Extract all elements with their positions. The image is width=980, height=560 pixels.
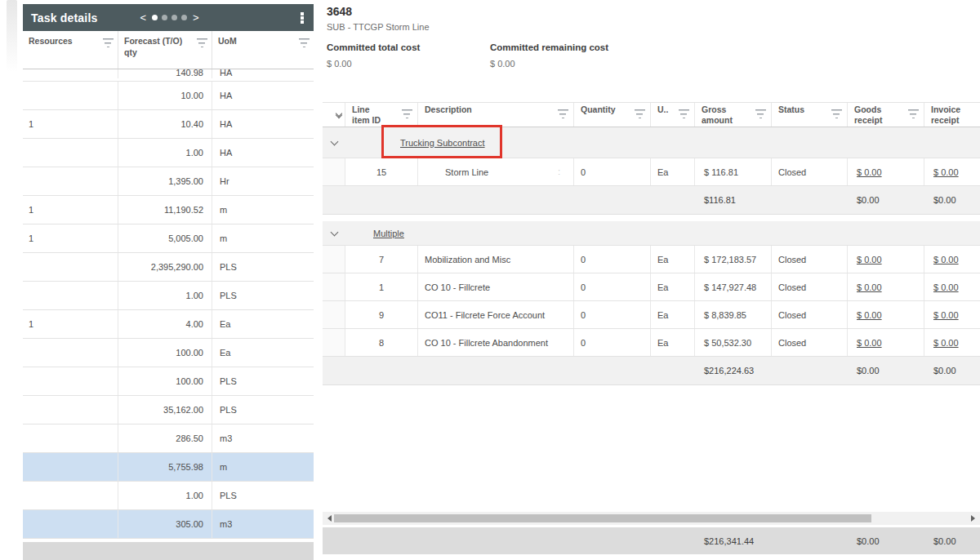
- table-row[interactable]: 1,395.00 Hr: [23, 167, 314, 196]
- committed-remaining-cost-value: $ 0.00: [490, 59, 515, 69]
- line-item-row[interactable]: 1 CO 10 - Fillcrete 0 Ea $ 147,927.48 Cl…: [323, 273, 980, 301]
- table-row-selected[interactable]: 5,755.98 m: [23, 453, 314, 482]
- group-subtotal-row: $116.81 $0.00 $0.00: [323, 186, 980, 215]
- task-details-header: Task details < >: [23, 4, 314, 31]
- column-header-uom[interactable]: U..: [651, 103, 695, 127]
- panel-pager: < >: [140, 12, 199, 23]
- filter-icon[interactable]: [678, 109, 689, 118]
- record-id: 3648: [327, 5, 352, 18]
- horizontal-scrollbar[interactable]: [323, 512, 980, 525]
- filter-icon[interactable]: [298, 38, 310, 47]
- goods-receipt-link[interactable]: $ 0.00: [857, 310, 882, 320]
- line-item-detail-panel: 3648 SUB - TTCGP Storm Line Committed to…: [318, 0, 980, 560]
- double-chevron-down-icon[interactable]: [336, 111, 341, 127]
- line-items-table-header: Lineitem ID Description Quantity U.. Gro…: [323, 103, 980, 127]
- record-subtitle: SUB - TTCGP Storm Line: [327, 22, 430, 32]
- column-header-goods-receipt[interactable]: Goodsreceipt: [848, 103, 924, 127]
- invoice-receipt-link[interactable]: $ 0.00: [933, 255, 959, 264]
- line-item-row[interactable]: 9 CO11 - Filcrete Force Account 0 Ea $ 8…: [323, 301, 980, 329]
- column-header-quantity[interactable]: Quantity: [574, 103, 651, 127]
- goods-receipt-link[interactable]: $ 0.00: [857, 338, 882, 348]
- filter-icon[interactable]: [401, 109, 412, 118]
- table-row[interactable]: 1.00 PLS: [23, 482, 314, 510]
- group-gap: [323, 215, 980, 221]
- invoice-receipt-link[interactable]: $ 0.00: [933, 282, 959, 292]
- table-row[interactable]: 286.50 m3: [23, 424, 314, 453]
- table-row[interactable]: 2,395,290.00 PLS: [23, 253, 314, 282]
- description-cell: Storm Line :: [418, 158, 574, 185]
- line-item-row[interactable]: 7 Mobilization and Misc 0 Ea $ 172,183.5…: [323, 246, 980, 273]
- prev-page-arrow-icon[interactable]: <: [140, 12, 147, 23]
- filter-icon[interactable]: [557, 109, 568, 118]
- table-row[interactable]: 140.98 HA: [23, 69, 314, 82]
- line-items-table: Lineitem ID Description Quantity U.. Gro…: [323, 102, 980, 385]
- app-screen: Task details < > Resources Forecast (T/O…: [0, 0, 980, 560]
- page-dot[interactable]: [172, 15, 177, 20]
- filter-icon[interactable]: [102, 38, 114, 47]
- collapse-all-header-cell[interactable]: [323, 103, 345, 127]
- column-header-resources[interactable]: Resources: [23, 31, 118, 69]
- left-table-header: Resources Forecast (T/O) qty UoM: [23, 31, 314, 69]
- table-row-selected[interactable]: 305.00 m3: [23, 510, 314, 539]
- chevron-down-icon[interactable]: [323, 232, 345, 235]
- chevron-down-icon[interactable]: [323, 141, 345, 144]
- committed-total-cost-value: $ 0.00: [327, 59, 352, 69]
- invoice-receipt-link[interactable]: $ 0.00: [933, 310, 959, 320]
- filter-icon[interactable]: [831, 109, 842, 118]
- group-label-link[interactable]: Multiple: [373, 229, 404, 238]
- committed-total-cost-label: Committed total cost: [327, 42, 420, 52]
- scroll-left-arrow-icon[interactable]: [324, 515, 332, 522]
- next-page-arrow-icon[interactable]: >: [193, 12, 199, 23]
- page-dot[interactable]: [162, 15, 167, 20]
- table-row[interactable]: 10.00 HA: [23, 82, 314, 110]
- column-header-status[interactable]: Status: [772, 103, 848, 127]
- goods-receipt-link[interactable]: $ 0.00: [857, 167, 882, 177]
- line-item-row[interactable]: 8 CO 10 - Fillcrete Abandonment 0 Ea $ 5…: [323, 329, 980, 357]
- table-row[interactable]: 35,162.00 PLS: [23, 396, 314, 424]
- column-header-gross-amount[interactable]: Grossamount: [695, 103, 772, 127]
- table-row[interactable]: 1 11,190.52 m: [23, 196, 314, 224]
- committed-remaining-cost-label: Committed remaining cost: [490, 42, 608, 52]
- invoice-receipt-link[interactable]: $ 0.00: [933, 338, 959, 348]
- left-gutter: [0, 0, 23, 560]
- column-header-uom[interactable]: UoM: [212, 31, 314, 69]
- table-row[interactable]: 1 4.00 Ea: [23, 310, 314, 339]
- group-row-multiple: Multiple: [323, 221, 980, 246]
- table-row[interactable]: 1 10.40 HA: [23, 110, 314, 139]
- table-row[interactable]: 1 5,005.00 m: [23, 224, 314, 253]
- page-dot[interactable]: [181, 15, 187, 20]
- invoice-receipt-link[interactable]: $ 0.00: [933, 167, 959, 177]
- scrollbar-thumb[interactable]: [334, 514, 871, 522]
- goods-receipt-link[interactable]: $ 0.00: [857, 255, 882, 264]
- column-header-description[interactable]: Description: [418, 103, 574, 127]
- column-header-forecast-qty[interactable]: Forecast (T/O) qty: [118, 31, 212, 69]
- table-row[interactable]: 1.00 HA: [23, 139, 314, 167]
- goods-receipt-link[interactable]: $ 0.00: [857, 282, 882, 292]
- table-row[interactable]: 100.00 Ea: [23, 339, 314, 367]
- group-subtotal-row: $216,224.63 $0.00 $0.00: [323, 357, 980, 385]
- gutter-scrollbar[interactable]: [7, 0, 17, 72]
- group-row-trucking-subcontract: Trucking Subcontract: [323, 127, 980, 158]
- page-dots: [152, 15, 187, 20]
- column-header-invoice-receipt[interactable]: Invoicereceipt: [924, 103, 980, 127]
- task-details-panel: Task details < > Resources Forecast (T/O…: [23, 4, 314, 560]
- kebab-menu-icon[interactable]: [299, 11, 305, 25]
- filter-icon[interactable]: [755, 109, 766, 118]
- scroll-right-arrow-icon[interactable]: [971, 515, 978, 522]
- filter-icon[interactable]: [196, 38, 207, 47]
- filter-icon[interactable]: [907, 109, 919, 118]
- column-header-line-item-id[interactable]: Lineitem ID: [345, 103, 418, 127]
- grand-total-row: $216,341.44 $0.00 $0.00: [323, 527, 980, 554]
- page-dot[interactable]: [152, 15, 158, 20]
- filter-icon[interactable]: [634, 109, 645, 118]
- table-row[interactable]: 1.00 PLS: [23, 282, 314, 310]
- line-item-row[interactable]: 15 Storm Line : 0 Ea $ 116.81 Closed $ 0…: [323, 158, 980, 186]
- group-label-link[interactable]: Trucking Subcontract: [400, 138, 485, 148]
- edit-caret: :: [558, 167, 573, 176]
- table-row[interactable]: 100.00 PLS: [23, 367, 314, 396]
- left-panel-footer: [23, 542, 314, 560]
- panel-title: Task details: [31, 11, 98, 24]
